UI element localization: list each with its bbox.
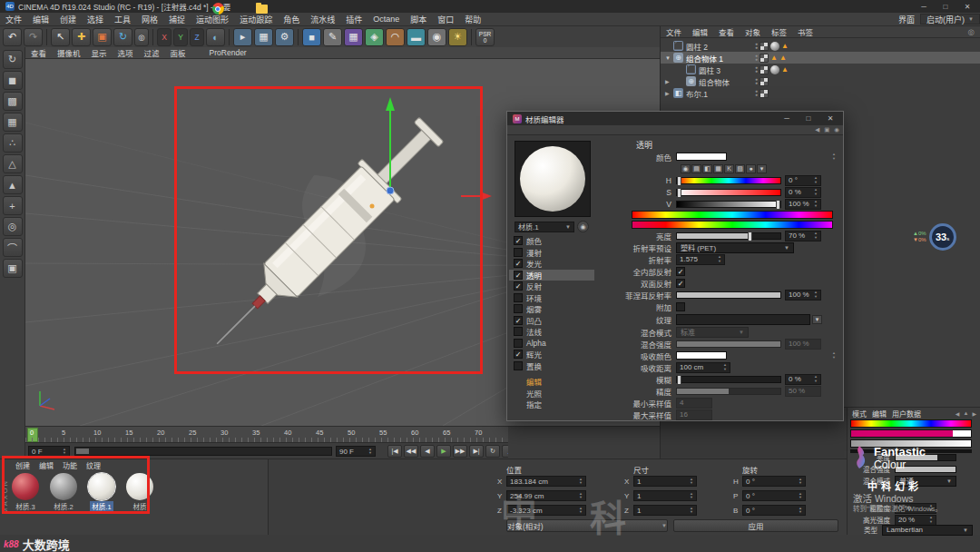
nav-forward-icon[interactable]: ▶ xyxy=(970,410,978,417)
spinner-icon[interactable]: ▲▼ xyxy=(812,200,818,207)
channel-row-bump[interactable]: ✓凹凸 xyxy=(509,315,594,327)
minimize-button[interactable]: ─ xyxy=(913,0,935,13)
channel-row-reflectance[interactable]: ✓反射 xyxy=(509,281,594,292)
texture-tag-icon[interactable] xyxy=(760,77,769,86)
spinner-icon[interactable]: ▲▼ xyxy=(812,232,818,239)
spinner-icon[interactable]: ▲▼ xyxy=(927,504,933,511)
mm-menu-edit[interactable]: 编辑 xyxy=(34,460,58,470)
color-wheel-icon[interactable]: ◉ xyxy=(681,164,691,173)
syringe-model[interactable] xyxy=(197,110,451,364)
menu-script[interactable]: 脚本 xyxy=(405,14,432,25)
spinner-icon[interactable]: ▲▼ xyxy=(61,448,66,455)
render-picture-viewer-button[interactable]: ▦ xyxy=(254,28,273,46)
lock-workplane-icon[interactable]: ▣ xyxy=(3,259,23,278)
channel-checkbox[interactable] xyxy=(514,327,523,336)
viewport-menu-display[interactable]: 显示 xyxy=(86,47,113,58)
blur-slider[interactable] xyxy=(676,376,781,383)
visibility-dots-icon[interactable]: ●● xyxy=(755,43,758,49)
layout-select[interactable]: 启动(用户)▼ xyxy=(920,14,980,25)
primitive-cube-button[interactable]: ■ xyxy=(302,28,321,46)
color-picker-icon[interactable]: ▾ xyxy=(757,164,767,173)
menu-help[interactable]: 帮助 xyxy=(459,14,486,25)
loop-button[interactable]: ↻ xyxy=(485,445,500,458)
color-swatches-icon[interactable]: ● xyxy=(746,164,756,173)
object-row[interactable]: ▼⊕ 组合物体 1 ●● ▲ ▲ xyxy=(661,52,980,64)
saturation-slider[interactable] xyxy=(676,189,781,196)
maximize-button[interactable]: □ xyxy=(935,0,956,13)
enable-axis-icon[interactable]: + xyxy=(3,196,23,215)
channel-row-environment[interactable]: 环境 xyxy=(509,292,594,304)
channel-row-normal[interactable]: 法线 xyxy=(509,326,594,338)
spinner-icon[interactable]: ▲▼ xyxy=(688,492,693,499)
menu-motiontracker[interactable]: 运动跟踪 xyxy=(234,14,278,25)
recorder-widget[interactable]: ▲0% ▼0% 33s xyxy=(913,223,956,251)
material-preview[interactable] xyxy=(514,141,591,217)
camera-object-button[interactable]: ◉ xyxy=(427,28,446,46)
move-gizmo[interactable] xyxy=(370,97,493,209)
interface-label[interactable]: 界面 xyxy=(893,14,920,25)
menu-character[interactable]: 角色 xyxy=(278,14,305,25)
menu-window[interactable]: 窗口 xyxy=(432,14,459,25)
channel-checkbox[interactable] xyxy=(514,304,523,313)
spectrum-bar[interactable] xyxy=(632,221,833,229)
saturation-field[interactable]: 0 %▲▼ xyxy=(785,187,821,198)
spinner-icon[interactable]: ▲▼ xyxy=(367,448,372,455)
max-samples-field[interactable]: 16 xyxy=(676,409,712,420)
size-x-field[interactable]: 1▲▼ xyxy=(633,476,697,487)
viewport-menu-filter[interactable]: 过滤 xyxy=(139,47,165,58)
move-tool[interactable]: ✚ xyxy=(72,28,91,46)
current-frame-field[interactable]: 0 F▲▼ xyxy=(28,446,70,457)
color-hsv-icon[interactable]: ▦ xyxy=(713,164,723,173)
nav-back-icon[interactable]: ◀ xyxy=(954,410,962,417)
object-row[interactable]: ⬛ 圆柱 2 ●● ▲ xyxy=(661,40,980,52)
subdivision-surface-button[interactable]: ▦ xyxy=(344,28,363,46)
hue-slider[interactable] xyxy=(676,177,781,184)
spinner-icon[interactable]: ▲▼ xyxy=(721,363,727,370)
accuracy-field[interactable]: 50 % xyxy=(785,386,821,397)
menu-mograph[interactable]: 运动图形 xyxy=(191,14,234,25)
viewport-menu-options[interactable]: 选项 xyxy=(113,47,139,58)
spinner-icon[interactable]: ▲▼ xyxy=(797,507,802,514)
om-menu-edit[interactable]: 编辑 xyxy=(687,26,713,37)
menu-tools[interactable]: 工具 xyxy=(109,14,136,25)
prev-key-button[interactable]: ◀◀ xyxy=(404,445,418,458)
array-object-button[interactable]: ◈ xyxy=(365,28,384,46)
minimize-button[interactable]: ─ xyxy=(776,113,798,125)
viewport-solo-icon[interactable]: ◎ xyxy=(3,217,23,236)
mm-menu-function[interactable]: 功能 xyxy=(58,460,82,470)
render-settings-button[interactable]: ⚙ xyxy=(275,28,294,46)
menu-plugins[interactable]: 插件 xyxy=(340,14,368,25)
position-z-field[interactable]: -3.323 cm▲▼ xyxy=(506,505,586,516)
undo-button[interactable]: ↶ xyxy=(3,28,22,46)
attribute-dropdown[interactable]: 普通▼ xyxy=(895,476,956,487)
material-name-field[interactable]: 材质.1▼ xyxy=(514,222,574,232)
channel-row-transparency[interactable]: ✓透明 xyxy=(509,270,594,281)
channel-row-diffusion[interactable]: 漫射 xyxy=(509,247,594,259)
color-spectrum-icon[interactable]: ▤ xyxy=(691,164,701,173)
rotation-b-field[interactable]: 0 °▲▼ xyxy=(742,505,806,516)
spectrum-bar[interactable] xyxy=(632,211,833,219)
position-y-field[interactable]: 254.99 cm▲▼ xyxy=(506,490,586,501)
color-rgb-icon[interactable]: ◧ xyxy=(702,164,712,173)
attr-menu-edit[interactable]: 编辑 xyxy=(869,409,889,419)
spinner-icon[interactable]: ▲▼ xyxy=(716,255,721,262)
redo-button[interactable]: ↷ xyxy=(24,28,43,46)
texture-button[interactable] xyxy=(676,314,810,325)
render-view-button[interactable]: ▸ xyxy=(233,28,252,46)
expand-arrow-icon[interactable]: ▼ xyxy=(665,55,672,61)
z-axis-lock-button[interactable]: Z xyxy=(190,28,204,46)
channel-checkbox[interactable]: ✓ xyxy=(514,236,523,245)
spinner-icon[interactable]: ▲▼ xyxy=(830,351,836,359)
channel-checkbox[interactable] xyxy=(514,361,523,370)
channel-checkbox[interactable] xyxy=(514,339,523,348)
om-menu-bookmarks[interactable]: 书签 xyxy=(792,26,818,37)
menu-snap[interactable]: 捕捉 xyxy=(163,14,191,25)
additive-checkbox[interactable] xyxy=(676,302,685,311)
channel-checkbox[interactable] xyxy=(514,293,523,302)
rotation-h-field[interactable]: 0 °▲▼ xyxy=(742,476,806,487)
channel-row-luminance[interactable]: ✓发光 xyxy=(509,258,594,270)
menu-pipeline[interactable]: 流水线 xyxy=(305,14,340,25)
phong-tag-icon[interactable] xyxy=(770,65,779,74)
lock-icon[interactable]: ◉ xyxy=(834,126,839,133)
close-button[interactable]: ✕ xyxy=(819,113,841,125)
